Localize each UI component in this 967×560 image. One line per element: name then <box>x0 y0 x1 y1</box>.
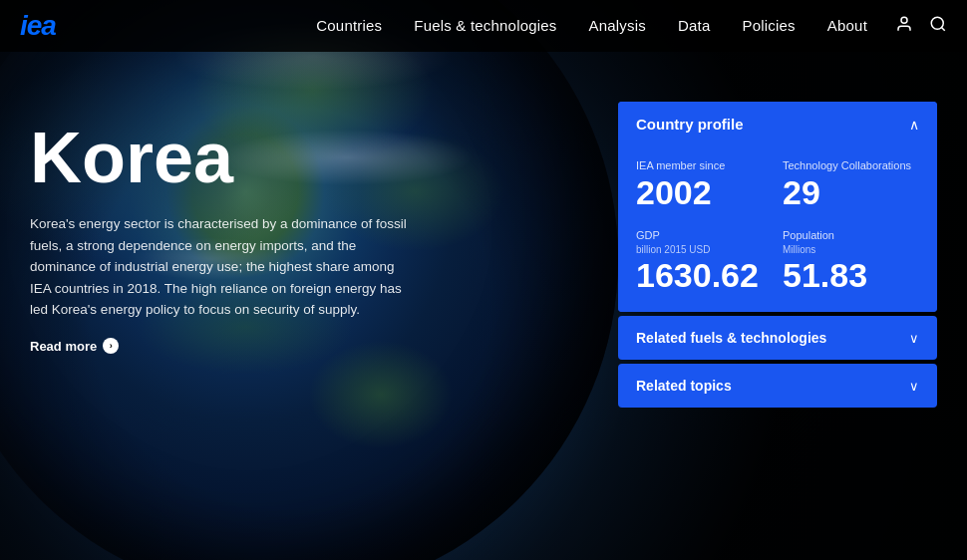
stat-iea-member: IEA member since2002 <box>636 158 773 212</box>
stat-population: PopulationMillions51.83 <box>783 228 919 295</box>
accordion-title-fuels-accordion: Related fuels & technologies <box>636 330 826 346</box>
nav-link-about[interactable]: About <box>827 17 867 34</box>
nav-link-fuels[interactable]: Fuels & technologies <box>414 17 556 34</box>
accordion-title-topics-accordion: Related topics <box>636 378 732 394</box>
nav-link-countries[interactable]: Countries <box>316 17 382 34</box>
country-profile-header[interactable]: Country profile ∧ <box>618 102 937 146</box>
country-profile-card: Country profile ∧ IEA member since2002Te… <box>618 102 937 312</box>
stat-tech-collab: Technology Collaborations29 <box>783 158 919 212</box>
fuels-chevron-down-icon: ∨ <box>909 331 919 346</box>
stat-value-tech-collab: 29 <box>783 174 919 211</box>
stat-label-iea-member: IEA member since <box>636 158 773 172</box>
nav-icons <box>895 15 947 38</box>
logo[interactable]: iea <box>20 10 56 42</box>
nav-link-policies[interactable]: Policies <box>743 17 796 34</box>
stat-label-population: Population <box>783 228 919 242</box>
main-content: Korea Korea's energy sector is character… <box>0 52 967 560</box>
nav-link-data[interactable]: Data <box>678 17 711 34</box>
stats-grid: IEA member since2002Technology Collabora… <box>636 158 919 294</box>
right-panel: Country profile ∧ IEA member since2002Te… <box>618 102 937 412</box>
stat-value-population: 51.83 <box>783 257 919 294</box>
nav-links: CountriesFuels & technologiesAnalysisDat… <box>316 17 867 35</box>
country-profile-title: Country profile <box>636 116 744 133</box>
stat-value-iea-member: 2002 <box>636 174 773 211</box>
svg-point-1 <box>931 17 943 29</box>
read-more-arrow-icon: › <box>103 338 119 354</box>
read-more-link[interactable]: Read more › <box>30 338 119 355</box>
fuels-accordion-item: Related fuels & technologies ∨ <box>618 316 937 360</box>
nav-link-analysis[interactable]: Analysis <box>589 17 646 34</box>
stat-value-gdp: 1630.62 <box>636 257 773 294</box>
fuels-accordion-header[interactable]: Related fuels & technologies ∨ <box>618 316 937 360</box>
stat-label-gdp: GDP <box>636 228 773 242</box>
stat-label-tech-collab: Technology Collaborations <box>783 158 919 172</box>
country-description: Korea's energy sector is characterised b… <box>30 213 409 321</box>
country-title: Korea <box>30 122 449 193</box>
country-profile-body: IEA member since2002Technology Collabora… <box>618 146 937 312</box>
topics-chevron-down-icon: ∨ <box>909 379 919 394</box>
stat-sublabel-population: Millions <box>783 244 919 255</box>
logo-text: iea <box>20 10 56 42</box>
topics-accordion-item: Related topics ∨ <box>618 364 937 408</box>
search-icon[interactable] <box>929 15 947 38</box>
left-content: Korea Korea's energy sector is character… <box>30 92 449 355</box>
svg-point-0 <box>901 17 907 23</box>
stat-sublabel-gdp: billion 2015 USD <box>636 244 773 255</box>
topics-accordion-header[interactable]: Related topics ∨ <box>618 364 937 408</box>
profile-chevron-up-icon: ∧ <box>909 117 919 133</box>
navbar: iea CountriesFuels & technologiesAnalysi… <box>0 0 967 52</box>
stat-gdp: GDPbillion 2015 USD1630.62 <box>636 228 773 295</box>
user-icon[interactable] <box>895 15 913 38</box>
